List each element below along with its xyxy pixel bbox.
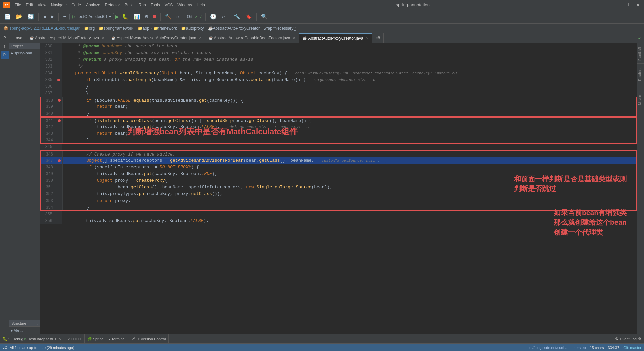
- breadcrumb-jar[interactable]: 📦: [3, 26, 8, 31]
- breadcrumb-class[interactable]: AbstractAutoProxyCreator: [213, 26, 260, 31]
- code-line-353: 353 return proxy;: [40, 198, 637, 204]
- tab-close-2[interactable]: ✕: [199, 36, 202, 40]
- bottom-tab-spring[interactable]: 🌿 Spring: [85, 334, 107, 343]
- git-check2[interactable]: ✓: [199, 14, 203, 19]
- menu-refactor[interactable]: Refactor: [103, 2, 122, 8]
- menu-help[interactable]: Help: [195, 2, 207, 8]
- tab-close-3[interactable]: ✕: [293, 36, 296, 40]
- m-panel-btn[interactable]: m: [637, 84, 644, 92]
- menu-view[interactable]: View: [36, 2, 48, 8]
- structure-sort-icon[interactable]: ↕: [36, 322, 38, 325]
- left-tool-1[interactable]: 1: [1, 43, 9, 51]
- stop-btn[interactable]: ■: [151, 13, 158, 21]
- code-line-335: 335 if (StringUtils.hasLength(beanName) …: [40, 77, 637, 83]
- tab-spacer: [384, 33, 635, 43]
- tab-ava[interactable]: ava: [12, 33, 26, 43]
- bottom-tab-terminal[interactable]: ▪ Terminal: [106, 334, 128, 343]
- breadcrumb-springframework[interactable]: springframework: [104, 26, 133, 31]
- tab-abstract-autoproxy-label: AbstractAutoProxyCreator.java: [308, 36, 363, 41]
- menu-tools[interactable]: Tools: [149, 2, 162, 8]
- breadcrumb-jar-name[interactable]: spring-aop-5.2.2.RELEASE-sources.jar: [10, 26, 80, 31]
- new-file-btn[interactable]: 📄: [3, 12, 13, 21]
- tab-project[interactable]: P...: [0, 33, 12, 43]
- bottom-tab-bar: 🐛 5: Debug ▷ TestOfAop.test01 ✕ 6: TODO …: [0, 334, 644, 344]
- breadcrumb-org[interactable]: org: [89, 26, 95, 31]
- menu-navigate[interactable]: Navigate: [49, 2, 69, 8]
- bottom-tab-debug[interactable]: 🐛 5: Debug ▷ TestOfAop.test01 ✕: [0, 334, 64, 343]
- breadcrumb-aop[interactable]: aop: [143, 26, 149, 31]
- tab-abstract-autowire[interactable]: ☕ AbstractAutowireCapableBeanFactory.jav…: [205, 33, 300, 43]
- vcs-icon: ⎇: [131, 337, 136, 341]
- maximize-btn[interactable]: □: [627, 2, 632, 8]
- bottom-tab-todo[interactable]: 6: TODO: [64, 334, 85, 343]
- status-message: All files are up-to-date (29 minutes ago…: [10, 346, 74, 350]
- tab-overflow[interactable]: ≡8: [372, 33, 384, 43]
- minimize-btn[interactable]: —: [619, 2, 624, 8]
- close-btn[interactable]: ✕: [635, 2, 641, 8]
- menu-analyze[interactable]: Analyze: [84, 2, 102, 8]
- project-item-1[interactable]: ▸ spring-ann...: [11, 51, 39, 56]
- status-right: https://blog.csdn.net/suchamarkerstep 15…: [523, 346, 641, 350]
- structure-content: ▸ Abst...: [9, 327, 40, 334]
- left-tool-2[interactable]: P: [1, 51, 9, 59]
- breadcrumb-method[interactable]: wrapIfNecessary(): [264, 26, 296, 31]
- open-btn[interactable]: 📂: [14, 12, 24, 21]
- build-btn[interactable]: 🔨: [163, 12, 173, 21]
- main-area: 1 P Project ▸ spring-ann... Structure ↕ …: [0, 43, 644, 344]
- structure-title: Structure: [11, 321, 26, 325]
- tab-icon4: ☕: [303, 36, 307, 40]
- menu-window[interactable]: Window: [175, 2, 194, 8]
- menu-run[interactable]: Run: [137, 2, 148, 8]
- forward-btn[interactable]: ▶: [49, 12, 56, 21]
- breadcrumb-autoproxy[interactable]: autoproxy: [186, 26, 204, 31]
- tab-abstract-aspect[interactable]: ☕ AbstractAspectJAdvisorFactory.java ✕: [26, 33, 108, 43]
- tab-close-1[interactable]: ✕: [102, 36, 104, 40]
- breadcrumb-framework[interactable]: framework: [158, 26, 177, 31]
- toolbar: 📄 📂 🔄 ◀ ▶ ⬅ ▷ TestOfAop.test01 ▾ ▶ 🐛 📊 ⚙…: [0, 10, 644, 24]
- structure-item-abstract[interactable]: ▸ Abst...: [11, 328, 39, 333]
- coverage-btn[interactable]: 📊: [132, 12, 142, 21]
- profile-btn[interactable]: ⚙: [143, 12, 150, 21]
- run-btn[interactable]: ▶: [115, 13, 119, 20]
- code-line-347: 347 Object[] specificInterceptors = getA…: [40, 157, 637, 164]
- bottom-tab-vcs[interactable]: ⎇ 9: Version Control: [128, 334, 169, 343]
- debug-config-name: TestOfAop.test01: [28, 337, 56, 341]
- bookmark-back-btn[interactable]: ⬅: [61, 12, 68, 21]
- run-config-name: TestOfAop.test01: [77, 14, 108, 19]
- database-panel-btn[interactable]: Database: [637, 63, 644, 84]
- status-url: https://blog.csdn.net/suchamarkerstep: [523, 346, 586, 350]
- code-line-333: 333 */: [40, 63, 637, 70]
- history-btn[interactable]: 🕐: [208, 12, 218, 21]
- code-editor: 330 * @param beanName the name of the be…: [40, 43, 637, 334]
- back-btn[interactable]: ◀: [41, 12, 48, 21]
- bottom-panel: 🐛 5: Debug ▷ TestOfAop.test01 ✕ 6: TODO …: [0, 334, 644, 344]
- tab-aspectj-aware[interactable]: ☕ AspectJAwareAdvisorAutoProxyCreator.ja…: [108, 33, 205, 43]
- tab-abstract-autoproxy[interactable]: ☕ AbstractAutoProxyCreator.java ✕: [299, 33, 372, 43]
- plantuml-panel-btn[interactable]: PlantUML: [637, 43, 644, 63]
- menu-edit[interactable]: Edit: [24, 2, 35, 8]
- code-line-337: 337 }: [40, 90, 637, 97]
- code-line-331: 331 * @param cacheKey the cache key for …: [40, 50, 637, 56]
- maven-panel-btn[interactable]: Maven: [637, 92, 644, 108]
- debug-run-btn[interactable]: 🐛: [120, 12, 130, 21]
- sync-btn[interactable]: 🔄: [25, 12, 36, 21]
- reload-btn[interactable]: ↺: [175, 12, 181, 21]
- bookmark-btn[interactable]: 🔖: [244, 12, 254, 21]
- debug-tab-close[interactable]: ✕: [58, 337, 61, 341]
- menu-vcs[interactable]: VCS: [163, 2, 175, 8]
- status-position: 334:37: [608, 346, 620, 350]
- code-line-350: 350 Object proxy = createProxy(: [40, 177, 637, 184]
- event-log-right-btn[interactable]: ⚙ Event Log ⚙: [612, 334, 644, 343]
- menu-code[interactable]: Code: [69, 2, 83, 8]
- build2-btn[interactable]: 🔧: [232, 12, 242, 21]
- menu-build[interactable]: Build: [123, 2, 136, 8]
- breadcrumb-icon1: 📁: [84, 26, 89, 31]
- menu-file[interactable]: File: [13, 2, 23, 8]
- run-config-selector[interactable]: ▷ TestOfAop.test01 ▾: [69, 13, 114, 20]
- rollback-btn[interactable]: ↩: [220, 12, 226, 21]
- tab-project-label: P...: [3, 36, 9, 40]
- search-everywhere-btn[interactable]: 🔍: [259, 12, 269, 21]
- breadcrumb: 📦 spring-aop-5.2.2.RELEASE-sources.jar ›…: [0, 24, 644, 33]
- tab-close-4[interactable]: ✕: [366, 36, 369, 40]
- git-check1[interactable]: ✓: [195, 14, 198, 19]
